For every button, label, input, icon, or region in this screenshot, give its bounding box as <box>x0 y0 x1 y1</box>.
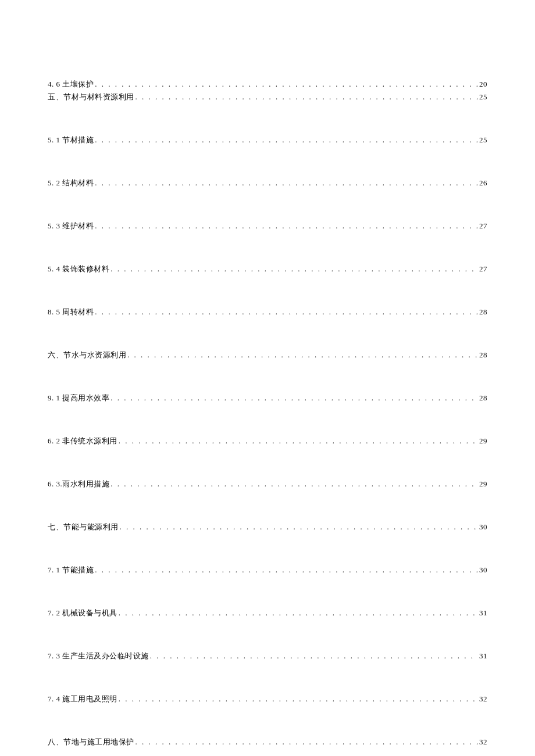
toc-page-number: 29 <box>479 479 487 489</box>
toc-leader <box>95 221 478 231</box>
toc-label: 7. 2 机械设备与机具 <box>48 608 117 618</box>
toc-page-number: 28 <box>479 307 487 317</box>
toc-label: 7. 3 生产生活及办公临时设施 <box>48 651 149 661</box>
toc-label: 七、节能与能源利用 <box>48 522 119 532</box>
toc-label: 5. 2 结构材料 <box>48 178 94 188</box>
toc-entry: 8. 5 周转材料28 <box>48 307 487 317</box>
toc-leader <box>95 135 478 145</box>
toc-page-number: 32 <box>479 737 487 747</box>
toc-entry: 6. 3.雨水利用措施29 <box>48 479 487 489</box>
toc-page-number: 20 <box>479 80 487 89</box>
toc-entry: 五、节材与材料资源利用25 <box>48 92 487 102</box>
toc-leader <box>119 608 478 618</box>
toc-label: 八、节地与施工用地保护 <box>48 737 134 747</box>
toc-page-number: 28 <box>479 350 487 360</box>
toc-leader <box>95 178 478 188</box>
toc-entry: 6. 2 非传统水源利用29 <box>48 436 487 446</box>
toc-label: 4. 6 土壤保护 <box>48 79 94 89</box>
toc-entry: 9. 1 提高用水效率28 <box>48 393 487 403</box>
toc-label: 6. 3.雨水利用措施 <box>48 479 109 489</box>
toc-leader <box>110 264 478 274</box>
toc-label: 6. 2 非传统水源利用 <box>48 436 117 446</box>
toc-entry: 7. 4 施工用电及照明32 <box>48 694 487 704</box>
toc-entry: 5. 3 维护材料27 <box>48 221 487 231</box>
toc-page-number: 25 <box>479 92 487 102</box>
toc-page-number: 31 <box>479 608 487 618</box>
toc-leader <box>135 737 479 747</box>
toc-leader <box>119 436 478 446</box>
toc-label: 六、节水与水资源利用 <box>48 350 126 360</box>
toc-label: 5. 1 节材措施 <box>48 135 94 145</box>
toc-label: 7. 1 节能措施 <box>48 565 94 575</box>
toc-entry: 7. 3 生产生活及办公临时设施31 <box>48 651 487 661</box>
toc-label: 五、节材与材料资源利用 <box>48 92 134 102</box>
toc-entry: 八、节地与施工用地保护32 <box>48 737 487 747</box>
toc-label: 8. 5 周转材料 <box>48 307 94 317</box>
toc-entry: 5. 1 节材措施25 <box>48 135 487 145</box>
toc-leader <box>135 92 479 102</box>
toc-entry: 七、节能与能源利用30 <box>48 522 487 532</box>
toc-leader <box>95 307 478 317</box>
toc-page-number: 26 <box>479 178 487 188</box>
toc-leader <box>95 565 478 575</box>
toc-leader <box>120 522 479 532</box>
toc-page-number: 29 <box>479 436 487 446</box>
toc-page-number: 27 <box>479 221 487 231</box>
toc-entry: 4. 6 土壤保护20 <box>48 79 487 89</box>
toc-leader <box>95 80 478 89</box>
toc-page-number: 27 <box>479 264 487 274</box>
toc-page-number: 32 <box>479 694 487 704</box>
toc-leader <box>110 479 478 489</box>
toc-entry: 5. 2 结构材料26 <box>48 178 487 188</box>
toc-page-number: 30 <box>479 522 487 532</box>
toc-entry: 7. 1 节能措施30 <box>48 565 487 575</box>
toc-entry: 六、节水与水资源利用28 <box>48 350 487 360</box>
toc-leader <box>150 651 478 661</box>
toc-page-number: 25 <box>479 135 487 145</box>
document-page: 4. 6 土壤保护20 五、节材与材料资源利用255. 1 节材措施255. 2… <box>0 0 535 756</box>
toc-page-number: 31 <box>479 651 487 661</box>
toc-entry: 5. 4 装饰装修材料27 <box>48 264 487 274</box>
toc-label: 5. 4 装饰装修材料 <box>48 264 109 274</box>
toc-page-number: 30 <box>479 565 487 575</box>
toc-entry: 7. 2 机械设备与机具31 <box>48 608 487 618</box>
toc-label: 9. 1 提高用水效率 <box>48 393 109 403</box>
toc-label: 5. 3 维护材料 <box>48 221 94 231</box>
toc-label: 7. 4 施工用电及照明 <box>48 694 117 704</box>
toc-leader <box>119 694 478 704</box>
toc-page-number: 28 <box>479 393 487 403</box>
toc-leader <box>127 350 478 360</box>
toc-leader <box>110 393 478 403</box>
table-of-contents: 4. 6 土壤保护20 五、节材与材料资源利用255. 1 节材措施255. 2… <box>48 79 487 747</box>
